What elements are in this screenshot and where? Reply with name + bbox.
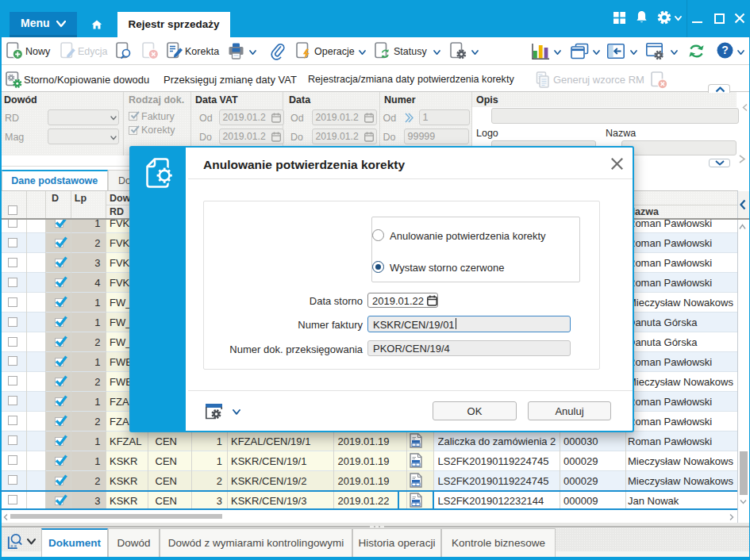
svg-text:?: ? bbox=[721, 44, 729, 56]
